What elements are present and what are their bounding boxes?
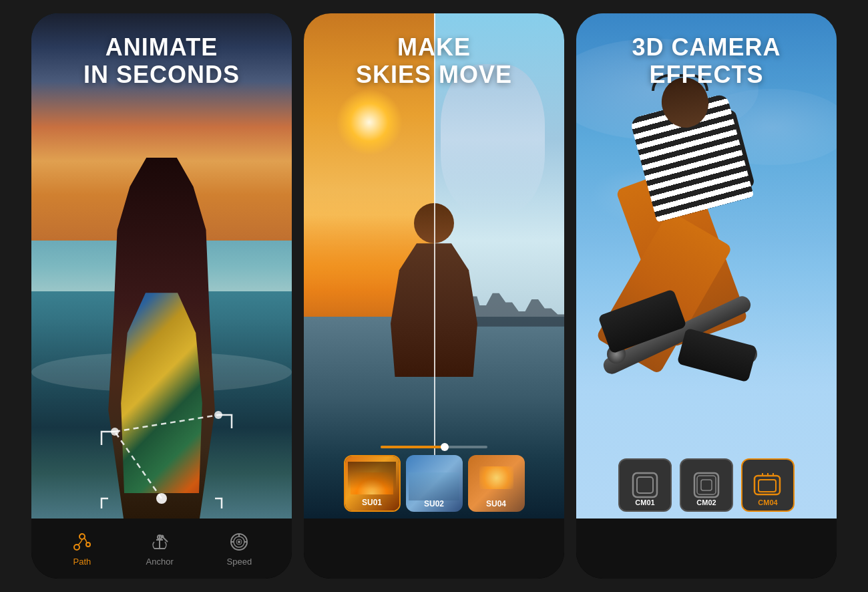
cam-thumb-cm02[interactable]: CM02 bbox=[680, 458, 733, 512]
cm02-label: CM02 bbox=[696, 498, 716, 506]
anchor-icon bbox=[149, 531, 170, 553]
phone-card-2: MAKE SKIES MOVE SU01 SU02 SU04 bbox=[304, 13, 564, 579]
dashed-path-svg bbox=[58, 365, 265, 512]
cm01-icon bbox=[630, 470, 660, 500]
svg-rect-25 bbox=[701, 480, 712, 490]
card2-header: MAKE SKIES MOVE bbox=[304, 33, 564, 89]
cm02-icon bbox=[692, 470, 721, 500]
thumbnail-su02[interactable]: SU02 bbox=[406, 455, 463, 512]
cm04-icon bbox=[753, 470, 783, 500]
thumb-su04-label: SU04 bbox=[468, 499, 525, 508]
cm01-label: CM01 bbox=[635, 498, 654, 506]
svg-point-17 bbox=[238, 541, 240, 543]
phone-card-1: ANIMATE IN SECONDS Path bbox=[31, 13, 292, 579]
card2-title: MAKE SKIES MOVE bbox=[304, 33, 564, 89]
card1-bottom-bar: Path Anchor bbox=[31, 519, 292, 579]
svg-rect-22 bbox=[637, 477, 653, 493]
cam-thumb-cm01[interactable]: CM01 bbox=[618, 458, 672, 512]
path-button[interactable]: Path bbox=[71, 531, 93, 567]
speed-label: Speed bbox=[227, 557, 252, 567]
card3-camera-thumbs: CM01 CM02 CM04 bbox=[576, 458, 837, 512]
phone-card-3: 3D CAMERA EFFECTS CM01 CM02 bbox=[576, 13, 837, 579]
speed-button[interactable]: Speed bbox=[227, 531, 252, 567]
cm04-label: CM04 bbox=[758, 498, 777, 506]
svg-rect-27 bbox=[758, 480, 776, 492]
card3-bottom-bar bbox=[576, 519, 837, 579]
card2-slider[interactable] bbox=[381, 446, 487, 448]
thumbnail-su04[interactable]: SU04 bbox=[468, 455, 525, 512]
thumb-su02-label: SU02 bbox=[406, 499, 463, 508]
card1-header: ANIMATE IN SECONDS bbox=[31, 33, 292, 89]
path-label: Path bbox=[73, 557, 91, 567]
svg-line-4 bbox=[115, 415, 218, 432]
speed-icon bbox=[228, 531, 250, 553]
svg-point-13 bbox=[161, 535, 164, 538]
card2-bottom-bar bbox=[304, 519, 564, 579]
card3-title: 3D CAMERA EFFECTS bbox=[576, 33, 837, 89]
card3-background bbox=[576, 13, 837, 519]
anchor-label: Anchor bbox=[146, 557, 174, 567]
cam-thumb-cm04[interactable]: CM04 bbox=[741, 458, 795, 512]
svg-line-3 bbox=[115, 432, 162, 498]
slider-thumb[interactable] bbox=[441, 443, 449, 451]
path-icon bbox=[71, 531, 93, 553]
thumb-su01-label: SU01 bbox=[345, 498, 399, 507]
thumbnail-su01[interactable]: SU01 bbox=[344, 455, 401, 512]
card2-thumbnails: SU01 SU02 SU04 bbox=[304, 455, 564, 512]
card2-background bbox=[304, 13, 564, 519]
card3-header: 3D CAMERA EFFECTS bbox=[576, 33, 837, 89]
anchor-button[interactable]: Anchor bbox=[146, 531, 174, 567]
svg-rect-24 bbox=[697, 476, 716, 494]
card1-title: ANIMATE IN SECONDS bbox=[31, 33, 292, 89]
slider-fill bbox=[381, 446, 445, 448]
